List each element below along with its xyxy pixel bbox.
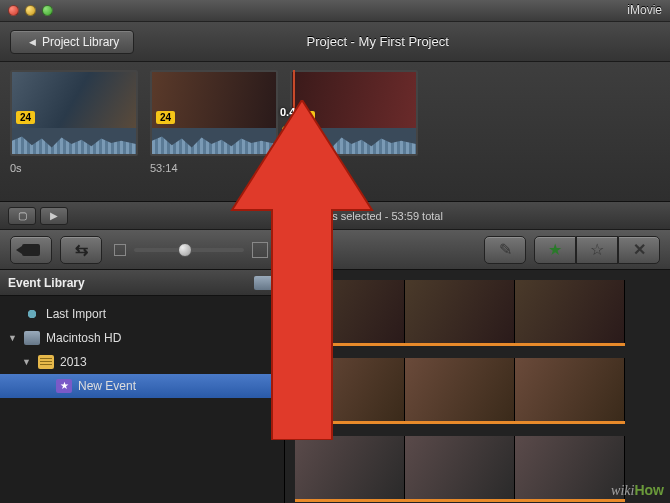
disclosure-triangle-icon[interactable]: ▼ — [8, 333, 18, 343]
event-tree-item-event[interactable]: ★ New Event — [0, 374, 284, 398]
clip-fps-badge: 24 — [156, 111, 175, 124]
project-title: Project - My First Project — [307, 34, 449, 49]
disclosure-triangle-icon[interactable]: ▼ — [22, 357, 32, 367]
playback-bar: ▢ ▶ .4s selected - 53:59 total — [0, 202, 670, 230]
window-titlebar: iMovie — [0, 0, 670, 22]
clip-timecode: 53:14 — [150, 162, 278, 174]
swap-layout-button[interactable]: ⇆ — [60, 236, 102, 264]
tree-item-label: Macintosh HD — [46, 331, 121, 345]
play-button[interactable]: ▶ — [40, 207, 68, 225]
star-filled-icon: ★ — [548, 240, 562, 259]
transition-icon[interactable] — [282, 126, 308, 150]
event-clip-row[interactable] — [295, 436, 625, 502]
watermark: wikiHow — [611, 482, 664, 499]
audio-waveform — [12, 128, 136, 154]
clock-icon — [24, 307, 40, 321]
timeline-clip[interactable]: 24 — [150, 70, 278, 156]
hd-icon — [24, 331, 40, 345]
import-camera-button[interactable] — [10, 236, 52, 264]
person-detect-button[interactable]: ◉ — [276, 236, 306, 264]
clip-fps-badge: 24 — [16, 111, 35, 124]
window-controls — [0, 5, 53, 16]
event-tree-item-last-import[interactable]: Last Import — [0, 302, 284, 326]
rating-button-group: ★ ☆ ✕ — [534, 236, 660, 264]
small-thumb-icon — [114, 244, 126, 256]
reject-button[interactable]: ✕ — [618, 236, 660, 264]
camera-icon — [22, 244, 40, 256]
swap-icon: ⇆ — [75, 240, 88, 259]
project-library-button[interactable]: Project Library — [10, 30, 134, 54]
event-library-title: Event Library — [8, 276, 85, 290]
event-area: Event Library Last Import ▼ Macintosh HD… — [0, 270, 670, 503]
play-fullscreen-button[interactable]: ▢ — [8, 207, 36, 225]
favorite-button[interactable]: ★ — [534, 236, 576, 264]
event-tree-item-drive[interactable]: ▼ Macintosh HD — [0, 326, 284, 350]
person-icon: ◉ — [284, 240, 298, 259]
timeline-clip[interactable]: 24 — [290, 70, 418, 156]
transition-duration-label: 0.4s — [280, 106, 301, 118]
event-clip-row[interactable] — [295, 358, 625, 424]
unrate-button[interactable]: ☆ — [576, 236, 618, 264]
clip-timecode: 3:53 — [290, 162, 418, 174]
project-timeline[interactable]: 0.4s 24 24 24 0s 53:14 3:53 — [0, 62, 670, 202]
timeline-clip[interactable]: 24 — [10, 70, 138, 156]
main-toolbar: ⇆ ◉ ✎ ★ ☆ ✕ — [0, 230, 670, 270]
event-library-header: Event Library — [0, 270, 284, 296]
close-window-button[interactable] — [8, 5, 19, 16]
tree-item-label: 2013 — [60, 355, 87, 369]
event-tree[interactable]: Last Import ▼ Macintosh HD ▼ 2013 ★ New … — [0, 296, 284, 503]
project-toolbar: Project Library Project - My First Proje… — [0, 22, 670, 62]
event-library-panel: Event Library Last Import ▼ Macintosh HD… — [0, 270, 285, 503]
project-library-label: Project Library — [42, 35, 119, 49]
keyword-tool-button[interactable]: ✎ — [484, 236, 526, 264]
audio-waveform — [292, 128, 416, 154]
event-clip-row[interactable] — [295, 280, 625, 346]
star-outline-icon: ☆ — [590, 240, 604, 259]
thumbnail-size-control — [114, 242, 268, 258]
selection-info: .4s selected - 53:59 total — [323, 210, 443, 222]
event-browser[interactable] — [285, 270, 670, 503]
minimize-window-button[interactable] — [25, 5, 36, 16]
calendar-icon — [38, 355, 54, 369]
large-thumb-icon — [252, 242, 268, 258]
event-star-icon: ★ — [56, 379, 72, 393]
app-title: iMovie — [627, 3, 662, 17]
x-icon: ✕ — [633, 240, 646, 259]
audio-waveform — [152, 128, 276, 154]
drive-icon — [254, 276, 276, 290]
thumbnail-size-slider[interactable] — [134, 248, 244, 252]
tree-item-label: Last Import — [46, 307, 106, 321]
tag-icon: ✎ — [499, 240, 512, 259]
tree-item-label: New Event — [78, 379, 136, 393]
clip-timecode: 0s — [10, 162, 138, 174]
slider-knob[interactable] — [178, 243, 192, 257]
zoom-window-button[interactable] — [42, 5, 53, 16]
event-tree-item-year[interactable]: ▼ 2013 — [0, 350, 284, 374]
